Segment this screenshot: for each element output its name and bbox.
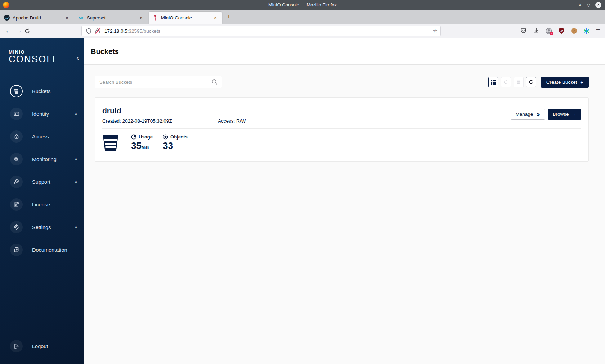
monitoring-search-icon: [10, 153, 23, 165]
gear-icon: ⚙: [536, 112, 540, 117]
sidebar: MINIO CONSOLE ‹ Buckets Identity ∧: [0, 38, 84, 364]
page-header: Buckets: [84, 38, 605, 65]
bucket-created: Created: 2022-08-19T05:32:09Z: [102, 118, 218, 124]
forward-icon[interactable]: →: [14, 28, 24, 34]
back-icon[interactable]: ←: [3, 28, 14, 34]
tab-label: MinIO Console: [161, 15, 192, 21]
sidebar-item-access[interactable]: Access: [0, 125, 84, 148]
sidebar-item-label: Settings: [32, 224, 51, 230]
chevron-up-icon[interactable]: ∧: [75, 112, 77, 116]
url-path: :32595/buckets: [127, 28, 161, 34]
bucket-icon: [10, 85, 23, 97]
chevron-up-icon[interactable]: ∧: [75, 225, 77, 229]
refresh-button[interactable]: [526, 77, 536, 87]
tab-apache-druid[interactable]: Apache Druid ×: [1, 12, 73, 24]
tab-label: Apache Druid: [13, 15, 41, 21]
url-bar[interactable]: 172.18.0.5:32595/buckets ☆: [81, 26, 441, 36]
superset-favicon: ∞: [78, 15, 84, 21]
sidebar-item-label: Logout: [32, 343, 48, 349]
plus-icon: +: [580, 79, 583, 85]
manage-bucket-button[interactable]: Manage ⚙: [511, 109, 546, 120]
search-input[interactable]: [99, 79, 212, 85]
minimize-icon[interactable]: ∨: [578, 2, 582, 8]
chevron-up-icon[interactable]: ∧: [75, 179, 77, 184]
objects-icon: [163, 134, 168, 140]
sidebar-item-label: Identity: [32, 111, 49, 117]
download-icon[interactable]: [533, 28, 539, 34]
lock-user-icon: [10, 130, 23, 143]
url-host: 172.18.0.5: [104, 28, 127, 34]
account-error-badge: ×: [550, 32, 553, 35]
bookmark-star-icon[interactable]: ☆: [433, 28, 438, 34]
sidebar-item-label: Buckets: [32, 88, 51, 94]
delete-buckets-button[interactable]: [514, 77, 524, 87]
sidebar-item-settings[interactable]: Settings ∧: [0, 216, 84, 238]
sidebar-item-label: Support: [32, 179, 50, 185]
close-icon[interactable]: ×: [595, 2, 601, 8]
minio-flamingo-favicon: [152, 15, 158, 21]
documentation-book-icon: [10, 244, 23, 256]
objects-metric: Objects 33: [163, 134, 188, 150]
sidebar-item-label: License: [32, 202, 50, 208]
sidebar-item-support[interactable]: Support ∧: [0, 170, 84, 193]
sync-lifecycle-button[interactable]: [501, 77, 511, 87]
insecure-lock-icon[interactable]: [95, 28, 101, 34]
menu-hamburger-icon[interactable]: ≡: [596, 27, 600, 35]
new-tab-button[interactable]: +: [223, 13, 235, 24]
ublock-origin-icon[interactable]: uO: [558, 28, 565, 34]
sidebar-item-monitoring[interactable]: Monitoring ∧: [0, 148, 84, 170]
sidebar-item-label: Monitoring: [32, 156, 57, 162]
usage-pie-icon: [131, 134, 136, 140]
pocket-icon[interactable]: [520, 28, 527, 34]
bucket-icon-large: [102, 134, 119, 152]
license-document-icon: [10, 198, 23, 211]
logout-icon: [10, 340, 23, 352]
tab-label: Superset: [87, 15, 106, 21]
create-bucket-button[interactable]: Create Bucket +: [541, 77, 589, 88]
tab-close-icon[interactable]: ×: [212, 15, 219, 21]
tracking-shield-icon[interactable]: [86, 28, 91, 34]
tab-close-icon[interactable]: ×: [64, 15, 70, 21]
maximize-icon[interactable]: ◇: [587, 2, 590, 8]
firefox-logo-icon: [3, 2, 9, 8]
browser-toolbar: ← → 172.18.0.5:32595/buckets ☆ × uO: [0, 24, 605, 38]
sidebar-item-license[interactable]: License: [0, 193, 84, 216]
sidebar-item-documentation[interactable]: Documentation: [0, 238, 84, 261]
bucket-card: druid Created: 2022-08-19T05:32:09Z Acce…: [95, 97, 589, 162]
chevron-up-icon[interactable]: ∧: [75, 157, 77, 161]
id-card-icon: [10, 108, 23, 120]
sidebar-item-label: Documentation: [32, 247, 67, 253]
minio-logo: MINIO CONSOLE: [9, 49, 59, 63]
search-buckets-field[interactable]: [95, 76, 222, 88]
sidebar-item-identity[interactable]: Identity ∧: [0, 103, 84, 125]
sidebar-item-label: Access: [32, 134, 49, 140]
page-title: Buckets: [91, 47, 119, 56]
account-icon[interactable]: ×: [546, 28, 552, 34]
tab-strip: Apache Druid × ∞ Superset × MinIO Consol…: [0, 10, 605, 24]
tab-minio-console[interactable]: MinIO Console ×: [149, 12, 222, 24]
grid-view-button[interactable]: [488, 77, 498, 87]
bucket-access: Access: R/W: [218, 118, 246, 124]
window-titlebar: MinIO Console — Mozilla Firefox ∨ ◇ ×: [0, 0, 605, 10]
arrow-right-icon: →: [572, 112, 577, 117]
tab-superset[interactable]: ∞ Superset ×: [75, 12, 148, 24]
search-icon: [212, 79, 218, 85]
sidebar-item-logout[interactable]: Logout: [0, 335, 84, 358]
cookie-extension-icon[interactable]: [571, 28, 577, 34]
tab-close-icon[interactable]: ×: [138, 15, 144, 21]
support-wrench-icon: [10, 176, 23, 188]
browse-bucket-button[interactable]: Browse →: [548, 109, 581, 120]
url-text: 172.18.0.5:32595/buckets: [104, 28, 160, 34]
apache-druid-favicon: [4, 15, 10, 21]
extension-asterisk-icon[interactable]: [583, 28, 590, 34]
usage-metric: Usage 35MiB: [131, 134, 153, 152]
sidebar-item-buckets[interactable]: Buckets: [0, 80, 84, 103]
sidebar-collapse-icon[interactable]: ‹: [76, 54, 79, 62]
reload-icon[interactable]: [24, 28, 35, 34]
window-title: MinIO Console — Mozilla Firefox: [0, 2, 605, 8]
bucket-name-link[interactable]: druid: [102, 106, 121, 115]
gear-icon: [10, 221, 23, 233]
